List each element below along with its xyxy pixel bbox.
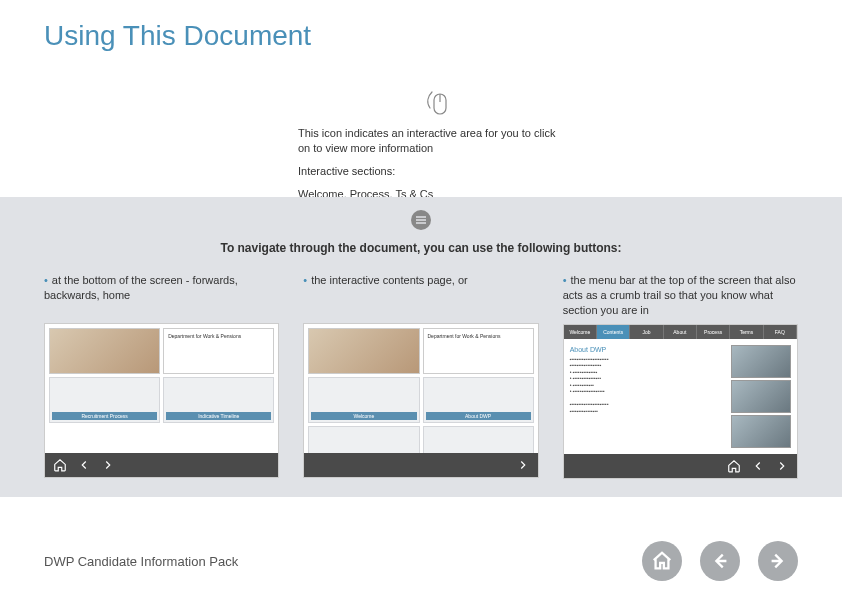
forward-button[interactable]	[758, 541, 798, 581]
thumb-tile: About DWP	[423, 377, 534, 423]
forward-icon	[101, 458, 115, 472]
thumb-menu-bar: Welcome Contents Job About Process Terms…	[563, 324, 798, 479]
thumb-menu-item: Job	[630, 325, 663, 339]
col-text-3: the menu bar at the top of the screen th…	[563, 274, 796, 316]
col-text-2: the interactive contents page, or	[311, 274, 468, 286]
thumb-menu: Welcome Contents Job About Process Terms…	[564, 325, 797, 339]
arrow-left-icon	[709, 550, 731, 572]
thumb-nav-bar	[304, 453, 537, 477]
back-button[interactable]	[700, 541, 740, 581]
nav-heading: To navigate through the document, you ca…	[0, 241, 842, 255]
footer: DWP Candidate Information Pack	[0, 526, 842, 596]
back-icon	[77, 458, 91, 472]
col-bottom-buttons: •at the bottom of the screen - forwards,…	[44, 273, 279, 479]
home-button[interactable]	[642, 541, 682, 581]
thumb-bottom-nav: Department for Work & Pensions Recruitme…	[44, 323, 279, 478]
col-menu-bar: •the menu bar at the top of the screen t…	[563, 273, 798, 479]
intro-line1: This icon indicates an interactive area …	[298, 126, 558, 156]
thumb-nav-bar	[45, 453, 278, 477]
home-icon	[651, 550, 673, 572]
menu-circle-icon	[410, 209, 432, 231]
thumb-tile: Welcome	[308, 377, 419, 423]
thumb-tile: Recruitment Process	[49, 377, 160, 423]
col-text-1: at the bottom of the screen - forwards, …	[44, 274, 238, 301]
thumb-photo	[731, 345, 791, 378]
back-icon	[751, 459, 765, 473]
thumb-photo	[731, 380, 791, 413]
mouse-click-icon	[424, 86, 452, 118]
thumb-contents-page: Department for Work & Pensions Welcome A…	[303, 323, 538, 478]
intro-line2: Interactive sections:	[298, 164, 558, 179]
home-icon	[727, 459, 741, 473]
forward-icon	[516, 458, 530, 472]
page-title: Using This Document	[0, 0, 842, 52]
footer-label: DWP Candidate Information Pack	[44, 554, 238, 569]
forward-icon	[775, 459, 789, 473]
navigation-band: To navigate through the document, you ca…	[0, 197, 842, 497]
arrow-right-icon	[767, 550, 789, 572]
thumb-photo	[731, 415, 791, 448]
thumb-menu-item: FAQ	[764, 325, 797, 339]
thumb-dwp-logo-tile: Department for Work & Pensions	[423, 328, 534, 374]
thumb-about-text: About DWP ▪▪▪▪▪▪▪▪▪▪▪▪▪▪▪▪▪▪▪▪▪▪▪▪▪▪▪▪▪▪…	[570, 345, 727, 448]
thumb-nav-bar	[564, 454, 797, 478]
thumb-handshake-image	[49, 328, 160, 374]
home-icon	[53, 458, 67, 472]
thumb-menu-item: Terms	[730, 325, 763, 339]
col-contents-page: •the interactive contents page, or Depar…	[303, 273, 538, 479]
thumb-dwp-logo-tile: Department for Work & Pensions	[163, 328, 274, 374]
thumb-menu-item: Welcome	[564, 325, 597, 339]
thumb-tile: Indicative Timeline	[163, 377, 274, 423]
thumb-handshake-image	[308, 328, 419, 374]
thumb-menu-item: About	[664, 325, 697, 339]
thumb-menu-item: Process	[697, 325, 730, 339]
thumb-menu-item: Contents	[597, 325, 630, 339]
intro-block: This icon indicates an interactive area …	[298, 86, 558, 209]
